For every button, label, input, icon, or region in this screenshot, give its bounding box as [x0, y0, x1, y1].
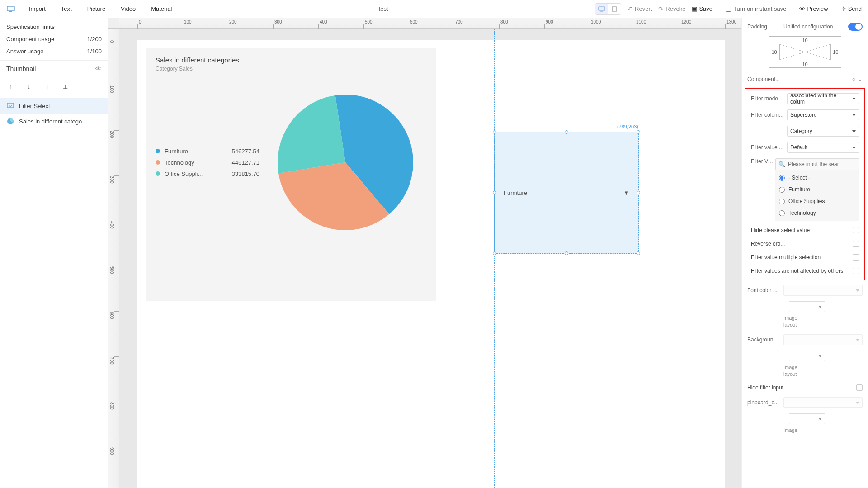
legend-swatch [156, 171, 160, 176]
app-logo-icon[interactable] [6, 5, 15, 14]
preview-button[interactable]: 👁Preview [799, 5, 828, 12]
hide-filter-input-label: Hide filter input [747, 384, 856, 391]
filter-value-radio-list: - Select -FurnitureOffice SuppliesTechno… [775, 170, 859, 221]
move-up-icon[interactable]: ↑ [6, 82, 15, 91]
filter-value-search-input[interactable] [788, 161, 856, 167]
device-desktop-button[interactable] [595, 4, 608, 14]
svg-rect-3 [600, 11, 603, 12]
send-icon: ✈ [841, 5, 846, 12]
ruler-vertical: 01002003004005006007008009001000 [108, 29, 119, 488]
menu-import[interactable]: Import [29, 5, 46, 12]
filter-column-select[interactable]: Superstore [787, 109, 859, 120]
chart-legend: Furniture 546277.54 Technology 445127.71… [156, 143, 259, 182]
padding-visual[interactable]: 10 10 10 10 [769, 36, 841, 68]
chart-card[interactable]: Sales in different categories Category S… [146, 48, 436, 301]
send-button[interactable]: ✈Send [841, 5, 862, 12]
revert-button[interactable]: ↶Revert [627, 5, 652, 13]
unified-config-label: Unified configuration [783, 24, 848, 30]
background-label: Backgroun... [747, 336, 783, 343]
circle-icon[interactable]: ○ [852, 76, 855, 82]
align-bottom-icon[interactable]: ⊥ [61, 82, 70, 91]
tree-item-label: Filter Select [19, 103, 50, 109]
legend-label: Furniture [165, 148, 214, 155]
guide-vertical [494, 29, 495, 488]
svg-rect-0 [7, 6, 14, 11]
selection-coord: (789,203) [617, 124, 638, 129]
filter-column-label: Filter colum... [751, 112, 787, 118]
answer-usage-value: 1/100 [87, 48, 102, 55]
move-down-icon[interactable]: ↓ [24, 82, 33, 91]
radio-option[interactable]: Office Supplies [775, 195, 859, 207]
menu-material[interactable]: Material [151, 5, 172, 12]
filter-dropdown-value: Furniture [504, 190, 527, 196]
legend-value: 445127.71 [219, 159, 259, 166]
component-label: Component... [747, 76, 783, 82]
filter-select-component[interactable]: (789,203) Furniture ▼ [494, 132, 639, 254]
legend-item: Technology 445127.71 [156, 159, 259, 166]
menu-video[interactable]: Video [121, 5, 136, 12]
separator [835, 5, 835, 13]
ruler-corner [108, 18, 119, 29]
align-top-icon[interactable]: ⊤ [42, 82, 52, 91]
reverse-order-checkbox[interactable] [853, 241, 859, 247]
unified-config-toggle[interactable] [848, 23, 863, 31]
menu-picture[interactable]: Picture [87, 5, 105, 12]
chevron-down-icon: ▼ [623, 190, 629, 196]
radio-option[interactable]: - Select - [775, 172, 859, 184]
radio-option[interactable]: Furniture [775, 184, 859, 195]
font-color-label: Font color ... [747, 287, 783, 294]
ruler-horizontal: 0100200300400500600700800900100011001200… [119, 18, 741, 29]
device-mobile-button[interactable] [608, 4, 621, 14]
font-color-picker[interactable] [783, 285, 863, 296]
instant-save-toggle[interactable]: Turn on instant save [726, 5, 786, 12]
hide-select-checkbox[interactable] [853, 227, 859, 233]
pie-chart-icon [6, 117, 14, 125]
tree-item-label: Sales in different catego... [19, 118, 87, 125]
answer-usage-label: Answer usage [6, 48, 43, 55]
legend-label: Technology [165, 159, 214, 166]
pinboard-color-picker[interactable] [783, 397, 863, 408]
padding-label: Padding [747, 24, 783, 30]
filter-value-default-label: Filter Value ... [751, 158, 775, 165]
multi-select-checkbox[interactable] [853, 254, 859, 261]
filter-settings-section: Filter mode associated with the colum Fi… [745, 88, 865, 280]
padding-left-value: 10 [772, 49, 777, 55]
padding-right-value: 10 [833, 49, 838, 55]
filter-value-search[interactable]: 🔍 [775, 158, 859, 170]
tree-item-filter-select[interactable]: Filter Select [0, 98, 108, 114]
not-affected-checkbox[interactable] [853, 268, 859, 274]
component-usage-label: Component usage [6, 36, 54, 43]
eye-icon: 👁 [799, 5, 805, 12]
menu-text[interactable]: Text [61, 5, 72, 12]
svg-rect-4 [613, 6, 616, 12]
tree-item-chart[interactable]: Sales in different catego... [0, 114, 108, 129]
search-icon: 🔍 [778, 161, 785, 167]
component-usage-value: 1/200 [87, 36, 102, 43]
legend-item: Office Suppli... 333815.70 [156, 171, 259, 177]
thumbnail-section[interactable]: Thumbnail 👁 [0, 60, 108, 77]
chart-title: Sales in different categories [156, 56, 427, 64]
revoke-button[interactable]: ↷Revoke [658, 5, 685, 13]
font-subselect[interactable] [789, 301, 825, 312]
filter-mode-select[interactable]: associated with the colum [787, 93, 859, 104]
svg-rect-1 [9, 11, 12, 12]
filter-column2-select[interactable]: Category [787, 126, 859, 137]
pinboard-subselect[interactable] [789, 413, 825, 424]
separator [793, 5, 793, 13]
canvas[interactable]: Sales in different categories Category S… [119, 29, 741, 488]
save-button[interactable]: ▣Save [692, 5, 712, 12]
filter-dropdown[interactable]: Furniture ▼ [501, 186, 632, 199]
padding-bottom-value: 10 [802, 62, 807, 67]
chevron-down-icon[interactable]: ⌄ [858, 76, 863, 82]
document-title: test [172, 5, 595, 12]
hide-filter-input-checkbox[interactable] [856, 384, 863, 391]
filter-select-icon [6, 102, 14, 110]
eye-icon[interactable]: 👁 [95, 65, 102, 72]
filter-value-label: Filter value ... [751, 144, 787, 151]
filter-value-select[interactable]: Default [787, 142, 859, 153]
radio-option[interactable]: Technology [775, 207, 859, 219]
reverse-order-label: Reverse ord... [751, 241, 853, 247]
background-color-picker[interactable] [783, 334, 863, 345]
device-switch [595, 3, 621, 15]
background-subselect[interactable] [789, 351, 825, 361]
